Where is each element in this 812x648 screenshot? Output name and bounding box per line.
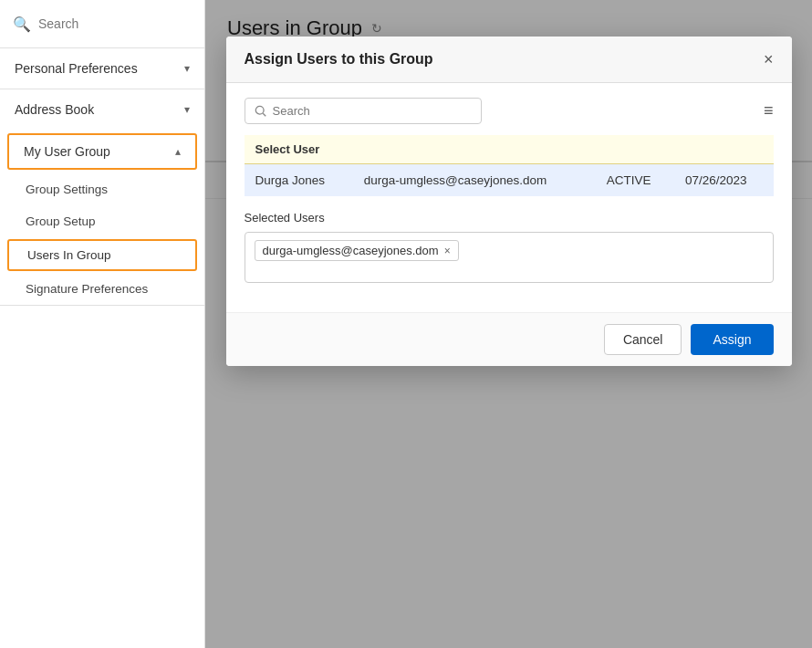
assign-users-modal: Assign Users to this Group × xyxy=(226,37,792,366)
selected-users-box: durga-umgless@caseyjones.dom × xyxy=(245,232,774,283)
sidebar-item-users-in-group[interactable]: Users In Group xyxy=(7,239,197,271)
user-tag[interactable]: durga-umgless@caseyjones.dom × xyxy=(255,240,459,261)
modal-close-button[interactable]: × xyxy=(764,51,774,68)
modal-overlay: Assign Users to this Group × xyxy=(205,0,812,648)
users-in-group-label: Users In Group xyxy=(27,248,111,262)
modal-table-row[interactable]: Durga Jones durga-umgless@caseyjones.dom… xyxy=(245,164,774,197)
cancel-label: Cancel xyxy=(623,332,663,347)
assign-button[interactable]: Assign xyxy=(691,324,773,355)
chevron-down-icon-address: ▾ xyxy=(184,103,190,116)
signature-preferences-label: Signature Preferences xyxy=(26,282,148,296)
chevron-up-icon: ▴ xyxy=(175,145,181,158)
my-user-group-header[interactable]: My User Group ▴ xyxy=(7,133,197,170)
app-container: 🔍 Personal Preferences ▾ Address Book ▾ … xyxy=(0,0,812,648)
modal-users-table: Select User Durga Jones durga-umgless@ca… xyxy=(245,135,774,196)
modal-title: Assign Users to this Group xyxy=(245,51,433,68)
svg-line-3 xyxy=(263,113,265,116)
personal-preferences-header[interactable]: Personal Preferences ▾ xyxy=(0,48,204,89)
sidebar-item-signature-preferences[interactable]: Signature Preferences xyxy=(0,273,204,305)
sidebar-item-group-settings[interactable]: Group Settings xyxy=(0,173,204,205)
personal-preferences-section: Personal Preferences ▾ xyxy=(0,48,204,89)
group-setup-label: Group Setup xyxy=(26,214,96,228)
modal-menu-icon[interactable]: ≡ xyxy=(764,101,774,120)
sidebar-search-bar[interactable]: 🔍 xyxy=(0,0,204,48)
modal-body: ≡ Select User xyxy=(226,83,792,312)
selected-users-section: Selected Users durga-umgless@caseyjones.… xyxy=(245,211,774,283)
modal-cell-status: ACTIVE xyxy=(596,164,674,197)
sidebar: 🔍 Personal Preferences ▾ Address Book ▾ … xyxy=(0,0,205,648)
modal-cell-last-login: 07/26/2023 xyxy=(674,164,774,197)
modal-search-row: ≡ xyxy=(245,98,774,124)
sidebar-item-group-setup[interactable]: Group Setup xyxy=(0,205,204,237)
modal-search-input[interactable] xyxy=(273,104,472,118)
select-user-label: Select User xyxy=(255,142,320,156)
personal-preferences-label: Personal Preferences xyxy=(15,61,138,76)
svg-point-2 xyxy=(255,106,264,114)
user-tag-value: durga-umgless@caseyjones.dom xyxy=(263,244,439,257)
sidebar-search-input[interactable] xyxy=(38,16,192,31)
modal-search-icon xyxy=(255,105,267,118)
address-book-section: Address Book ▾ My User Group ▴ Group Set… xyxy=(0,89,204,306)
my-user-group-label: My User Group xyxy=(24,144,110,159)
modal-cell-email: durga-umgless@caseyjones.dom xyxy=(353,164,596,197)
cancel-button[interactable]: Cancel xyxy=(604,324,682,355)
assign-label: Assign xyxy=(713,332,751,347)
modal-footer: Cancel Assign xyxy=(226,312,792,366)
modal-search-bar[interactable] xyxy=(245,98,482,124)
main-content: Users in Group ↻ You have 1 total users … xyxy=(205,0,812,648)
modal-table-header-row: Select User xyxy=(245,135,774,164)
search-icon: 🔍 xyxy=(13,16,31,33)
modal-header: Assign Users to this Group × xyxy=(226,37,792,83)
user-tag-remove-icon[interactable]: × xyxy=(444,245,451,257)
address-book-header[interactable]: Address Book ▾ xyxy=(0,89,204,130)
selected-users-label: Selected Users xyxy=(245,211,774,225)
chevron-down-icon: ▾ xyxy=(184,62,190,75)
address-book-label: Address Book xyxy=(15,102,94,117)
close-icon: × xyxy=(764,50,774,68)
select-user-header: Select User xyxy=(245,135,774,164)
modal-cell-name: Durga Jones xyxy=(245,164,353,197)
group-settings-label: Group Settings xyxy=(26,183,108,196)
